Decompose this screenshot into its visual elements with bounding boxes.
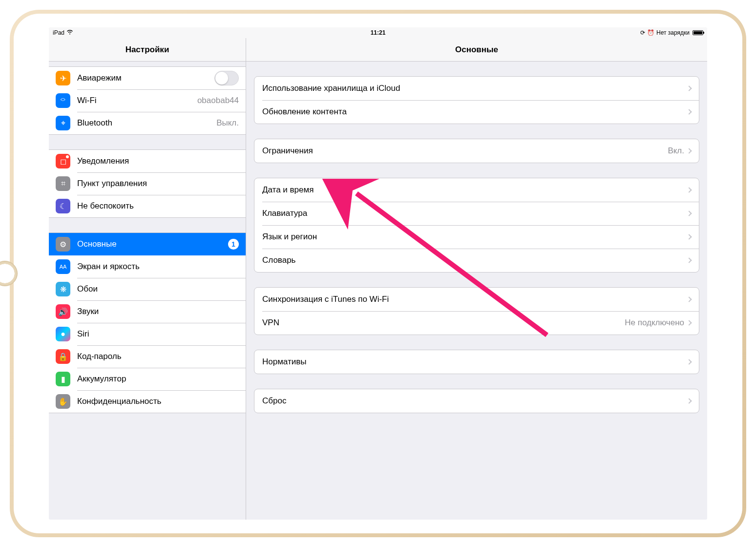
sidebar-item-label: Siri bbox=[77, 329, 239, 339]
airplane-mode-toggle[interactable] bbox=[214, 71, 239, 85]
sidebar-item-do-not-disturb[interactable]: ☾Не беспокоить bbox=[49, 195, 246, 217]
charge-label: Нет зарядки bbox=[656, 29, 690, 36]
detail-row-label: Язык и регион bbox=[262, 232, 687, 242]
sidebar-item-siri[interactable]: ●Siri bbox=[49, 323, 246, 345]
device-frame: iPad 11:21 ⟳ ⏰ Нет зарядки Настройки bbox=[10, 10, 746, 537]
chevron-right-icon bbox=[686, 320, 692, 325]
chevron-right-icon bbox=[686, 148, 692, 153]
wallpaper-icon: ❋ bbox=[56, 282, 70, 296]
detail-row-language-region[interactable]: Язык и регион bbox=[254, 225, 699, 249]
detail-row-label: Синхронизация с iTunes по Wi-Fi bbox=[262, 295, 687, 304]
detail-row-regulatory[interactable]: Нормативы bbox=[254, 350, 699, 374]
detail-row-label: Словарь bbox=[262, 255, 687, 265]
device-bezel: iPad 11:21 ⟳ ⏰ Нет зарядки Настройки bbox=[14, 14, 742, 533]
detail-row-value: Вкл. bbox=[668, 146, 684, 156]
sidebar-item-bluetooth[interactable]: ⌖BluetoothВыкл. bbox=[49, 112, 246, 134]
detail-row-label: Дата и время bbox=[262, 185, 687, 195]
detail-row-background-refresh[interactable]: Обновление контента bbox=[254, 100, 699, 124]
moon-icon: ☾ bbox=[56, 199, 70, 213]
detail-row-label: Обновление контента bbox=[262, 107, 687, 117]
detail-row-dictionary[interactable]: Словарь bbox=[254, 249, 699, 272]
hand-icon: ✋ bbox=[56, 394, 70, 409]
chevron-right-icon bbox=[686, 109, 692, 114]
clock: 11:21 bbox=[371, 29, 386, 36]
detail-row-itunes-wifi-sync[interactable]: Синхронизация с iTunes по Wi-Fi bbox=[254, 288, 699, 311]
sidebar-item-label: Звуки bbox=[77, 307, 239, 316]
sidebar-title: Настройки bbox=[49, 38, 246, 62]
control-center-icon: ⌗ bbox=[56, 176, 70, 191]
badge: 1 bbox=[228, 239, 239, 250]
detail-row-value: Не подключено bbox=[625, 318, 684, 328]
sidebar-item-value: Выкл. bbox=[216, 118, 239, 128]
orientation-lock-icon: ⟳ bbox=[640, 29, 645, 36]
sidebar-item-label: Wi-Fi bbox=[77, 96, 197, 105]
chevron-right-icon bbox=[686, 296, 692, 302]
sidebar-item-label: Аккумулятор bbox=[77, 374, 239, 384]
sidebar-item-privacy[interactable]: ✋Конфиденциальность bbox=[49, 390, 246, 413]
sidebar-item-value: obaobab44 bbox=[197, 96, 239, 105]
wifi-icon bbox=[66, 29, 73, 36]
status-bar: iPad 11:21 ⟳ ⏰ Нет зарядки bbox=[49, 27, 707, 38]
sidebar-item-label: Уведомления bbox=[77, 156, 239, 166]
bluetooth-icon: ⌖ bbox=[56, 116, 70, 130]
display-icon: AA bbox=[56, 259, 70, 274]
detail-row-storage-icloud[interactable]: Использование хранилища и iCloud bbox=[254, 77, 699, 100]
detail-row-label: Использование хранилища и iCloud bbox=[262, 84, 687, 93]
detail-pane: Основные Использование хранилища и iClou… bbox=[246, 38, 707, 520]
detail-title: Основные bbox=[246, 38, 707, 62]
detail-row-label: VPN bbox=[262, 318, 625, 328]
sidebar-item-label: Экран и яркость bbox=[77, 262, 239, 272]
chevron-right-icon bbox=[686, 187, 692, 192]
sidebar-item-wallpaper[interactable]: ❋Обои bbox=[49, 278, 246, 300]
sidebar-item-label: Конфиденциальность bbox=[77, 397, 239, 406]
sidebar-item-airplane-mode[interactable]: ✈Авиарежим bbox=[49, 67, 246, 89]
sidebar-item-label: Bluetooth bbox=[77, 118, 216, 128]
detail-row-keyboard[interactable]: Клавиатура bbox=[254, 202, 699, 225]
sidebar-item-notifications[interactable]: ◻Уведомления bbox=[49, 150, 246, 172]
sidebar-item-passcode[interactable]: 🔒Код-пароль bbox=[49, 345, 246, 368]
chevron-right-icon bbox=[686, 234, 692, 239]
sidebar-item-control-center[interactable]: ⌗Пункт управления bbox=[49, 172, 246, 195]
lock-icon: 🔒 bbox=[56, 349, 70, 364]
sidebar-item-battery[interactable]: ▮Аккумулятор bbox=[49, 368, 246, 390]
sounds-icon: 🔊 bbox=[56, 304, 70, 319]
settings-sidebar: Настройки ✈Авиарежим⌔Wi-Fiobaobab44⌖Blue… bbox=[49, 38, 246, 520]
home-button[interactable] bbox=[0, 261, 18, 286]
detail-row-vpn[interactable]: VPNНе подключено bbox=[254, 311, 699, 335]
detail-row-label: Сброс bbox=[262, 396, 687, 406]
sidebar-item-display-brightness[interactable]: AAЭкран и яркость bbox=[49, 255, 246, 278]
sidebar-item-sounds[interactable]: 🔊Звуки bbox=[49, 300, 246, 323]
gear-icon: ⚙ bbox=[56, 237, 70, 252]
screen: iPad 11:21 ⟳ ⏰ Нет зарядки Настройки bbox=[49, 27, 707, 520]
chevron-right-icon bbox=[686, 359, 692, 364]
chevron-right-icon bbox=[686, 257, 692, 263]
detail-row-label: Клавиатура bbox=[262, 209, 687, 218]
battery-icon: ▮ bbox=[56, 372, 70, 386]
detail-row-date-time[interactable]: Дата и время bbox=[254, 178, 699, 202]
chevron-right-icon bbox=[686, 85, 692, 91]
sidebar-item-label: Не беспокоить bbox=[77, 201, 239, 211]
device-label: iPad bbox=[53, 29, 64, 36]
sidebar-item-label: Авиарежим bbox=[77, 73, 214, 83]
detail-row-restrictions[interactable]: ОграниченияВкл. bbox=[254, 139, 699, 163]
chevron-right-icon bbox=[686, 210, 692, 216]
sidebar-item-label: Код-пароль bbox=[77, 352, 239, 361]
siri-icon: ● bbox=[56, 327, 70, 341]
alarm-icon: ⏰ bbox=[647, 29, 654, 36]
sidebar-item-general[interactable]: ⚙Основные1 bbox=[49, 233, 246, 255]
airplane-icon: ✈ bbox=[56, 71, 70, 85]
sidebar-item-wifi[interactable]: ⌔Wi-Fiobaobab44 bbox=[49, 89, 246, 112]
notifications-icon: ◻ bbox=[56, 154, 70, 168]
sidebar-item-label: Основные bbox=[77, 239, 224, 249]
detail-row-reset[interactable]: Сброс bbox=[254, 389, 699, 413]
sidebar-item-label: Обои bbox=[77, 284, 239, 294]
detail-row-label: Ограничения bbox=[262, 146, 668, 156]
sidebar-item-label: Пункт управления bbox=[77, 179, 239, 189]
detail-row-label: Нормативы bbox=[262, 357, 687, 367]
wifi-icon: ⌔ bbox=[56, 93, 70, 108]
battery-icon bbox=[693, 30, 703, 35]
chevron-right-icon bbox=[686, 398, 692, 403]
